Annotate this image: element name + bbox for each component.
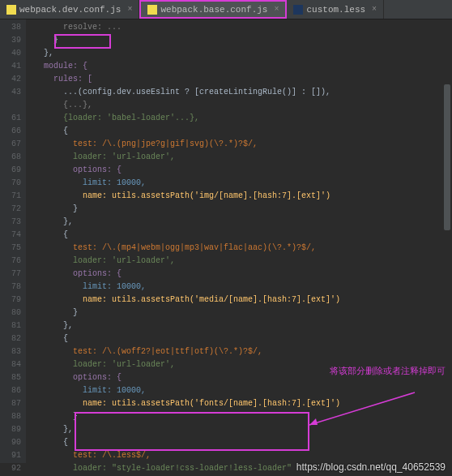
tab-webpack-base[interactable]: webpack.base.conf.js × <box>139 0 287 19</box>
js-icon <box>147 5 157 15</box>
tab-label: custom.less <box>306 5 365 15</box>
annotation-text: 将该部分删除或者注释掉即可 <box>330 365 446 377</box>
tab-label: webpack.dev.conf.js <box>19 5 121 15</box>
close-icon[interactable]: × <box>127 5 132 14</box>
tab-custom-less[interactable]: custom.less × <box>287 0 384 19</box>
tab-webpack-dev[interactable]: webpack.dev.conf.js × <box>0 0 139 19</box>
js-icon <box>6 5 16 15</box>
less-icon <box>293 5 303 15</box>
svg-rect-0 <box>6 5 16 15</box>
close-icon[interactable]: × <box>274 5 279 14</box>
tab-label: webpack.base.conf.js <box>160 5 267 15</box>
close-icon[interactable]: × <box>372 5 377 14</box>
scrollbar[interactable] <box>444 84 450 230</box>
code-area[interactable]: resolve: ... } }, module: { rules: [ ...… <box>26 19 452 463</box>
line-gutter: 3839404142436166676869707172737475767778… <box>0 19 26 463</box>
tab-bar: webpack.dev.conf.js × webpack.base.conf.… <box>0 0 452 19</box>
svg-rect-2 <box>293 5 303 15</box>
svg-rect-1 <box>147 5 157 15</box>
editor: 3839404142436166676869707172737475767778… <box>0 19 452 463</box>
watermark: https://blog.csdn.net/qq_40652539 <box>296 461 446 473</box>
